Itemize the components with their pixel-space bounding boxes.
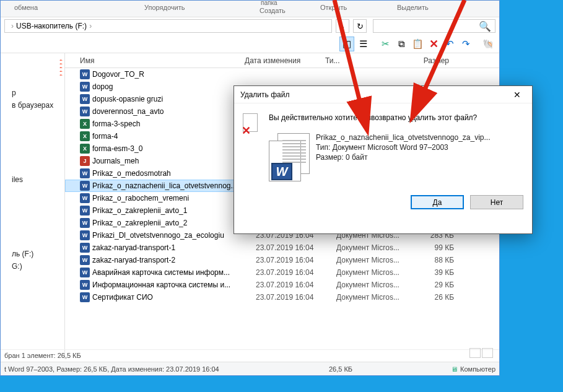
file-name: zakaz-naryad-transport-2 (92, 256, 256, 264)
file-name: dopog (92, 82, 256, 91)
status-bar: t Word 97–2003, Размер: 26,5 КБ, Дата из… (1, 362, 499, 375)
file-type-icon: W (80, 193, 90, 203)
dialog-body: ✕ Вы действительно хотите безвозвратно у… (234, 103, 532, 189)
address-history-dropdown[interactable]: ⌄ (336, 19, 349, 33)
sidebar-item[interactable]: ль (F:) (1, 248, 64, 260)
file-name: Prikaz_o_naznachenii_lica_otvetstvennog.… (92, 181, 256, 190)
dialog-question: Вы действительно хотите безвозвратно уда… (269, 113, 523, 122)
table-row[interactable]: WDogovor_TO_R (65, 68, 499, 81)
file-name: Prikaz_o_rabochem_vremeni (92, 194, 256, 203)
sidebar-item[interactable]: р (1, 87, 64, 99)
view-details-icon[interactable] (469, 348, 481, 358)
file-name: Journals_meh (92, 157, 256, 165)
status-left: t Word 97–2003, Размер: 26,5 КБ, Дата из… (4, 365, 219, 373)
table-row[interactable]: WИнформационная карточка системы и...23.… (65, 279, 499, 291)
address-path: USB-накопитель (F:) (16, 22, 87, 30)
redo-icon[interactable]: ↷ (458, 37, 473, 51)
dialog-content: Вы действительно хотите безвозвратно уда… (269, 113, 523, 183)
file-type: Документ Micros... (336, 268, 411, 277)
file-name: forma-3-spech (92, 120, 256, 128)
view-large-icon[interactable] (482, 348, 493, 358)
file-type-icon: W (80, 107, 90, 116)
shell-icon[interactable]: 🐚 (481, 37, 495, 51)
file-type-icon: W (80, 69, 90, 79)
sidebar-item[interactable]: iles (1, 173, 64, 186)
file-size: 29 КБ (411, 281, 454, 289)
file-type: Документ Micros... (336, 293, 411, 302)
file-type-icon: W (80, 206, 90, 216)
ribbon-group-clipboard: обмена (14, 4, 38, 11)
yes-button[interactable]: Да (411, 195, 464, 209)
table-row[interactable]: WСертификат СИО23.07.2019 16:04Документ … (65, 291, 499, 303)
sidebar-item[interactable]: 📌 (1, 72, 64, 76)
search-input[interactable]: 🔍 (373, 19, 495, 33)
view-list-icon[interactable]: ☰ (356, 37, 370, 51)
delete-x-icon[interactable]: ✕ (426, 37, 441, 51)
file-type: Документ Micros... (336, 256, 411, 264)
chevron-right-icon: › (89, 22, 92, 30)
address-input[interactable]: › USB-накопитель (F:) › (4, 19, 332, 33)
file-type-icon: W (80, 94, 90, 104)
file-date: 23.07.2019 16:04 (256, 268, 336, 277)
close-icon[interactable]: ✕ (505, 87, 530, 102)
view-split-icon[interactable]: ◫ (339, 37, 354, 51)
file-type-icon: W (80, 268, 90, 277)
copy-icon[interactable]: ⧉ (394, 37, 409, 51)
dialog-title: Удалить файл (240, 90, 289, 99)
file-name: Dogovor_TO_R (92, 70, 256, 79)
table-row[interactable]: Wzakaz-naryad-transport-223.07.2019 16:0… (65, 254, 499, 266)
computer-icon: 🖥 (451, 365, 458, 373)
file-type-icon: W (80, 255, 90, 265)
file-type-icon: W (80, 280, 90, 290)
paste-icon[interactable]: 📋 (410, 37, 425, 51)
file-name: Сертификат СИО (92, 293, 256, 302)
file-name: Prikaz_o_zakreplenii_avto_2 (92, 219, 256, 227)
file-size: 99 КБ (411, 243, 454, 252)
table-row[interactable]: Wzakaz-naryad-transport-123.07.2019 16:0… (65, 242, 499, 254)
ribbon: обмена Упорядочить папка Создать Открыть… (1, 1, 499, 17)
dialog-file-info: W Prikaz_o_naznachenii_lica_otvetstvenno… (269, 133, 523, 183)
file-type-icon: W (80, 292, 90, 302)
dialog-titlebar: Удалить файл ✕ (234, 86, 532, 103)
delete-confirm-dialog: Удалить файл ✕ ✕ Вы действительно хотите… (233, 85, 533, 234)
file-name: doverennost_na_avto (92, 107, 256, 116)
address-bar: › USB-накопитель (F:) › ⌄ ↻ 🔍 (1, 17, 499, 35)
file-date: 23.07.2019 16:04 (256, 256, 336, 264)
sidebar-item[interactable]: в браузерах (1, 99, 64, 111)
table-row[interactable]: WАварийная карточка системы информ...23.… (65, 266, 499, 279)
file-size: 39 КБ (411, 268, 454, 277)
selection-info: бран 1 элемент: 26,5 КБ (1, 349, 499, 362)
cut-icon[interactable]: ✂ (378, 37, 393, 51)
refresh-icon[interactable]: ↻ (353, 19, 367, 33)
file-type-icon: W (80, 82, 90, 92)
ribbon-folder-sub: папка (261, 0, 277, 6)
file-type-icon: W (80, 230, 90, 240)
file-type-icon: X (80, 119, 90, 129)
file-name: Prikazi_Dl_otvetstvennogo_za_ecologiu (92, 231, 256, 240)
chevron-right-icon: › (11, 22, 14, 30)
pin-icon: 📌 (56, 74, 63, 76)
col-header-size[interactable]: Размер (399, 56, 449, 65)
col-header-name[interactable]: Имя (65, 56, 245, 65)
column-headers: Имя Дата изменения Ти... Размер (65, 53, 499, 68)
file-type: Документ Micros... (336, 281, 411, 289)
file-name: Информационная карточка системы и... (92, 281, 256, 289)
search-icon: 🔍 (479, 20, 491, 32)
file-type-icon: X (80, 131, 90, 141)
file-name: zakaz-naryad-transport-1 (92, 243, 256, 252)
no-button[interactable]: Нет (470, 195, 523, 209)
col-header-type[interactable]: Ти... (325, 56, 399, 65)
status-size: 26,5 КБ (329, 365, 352, 373)
file-type-icon: W (80, 181, 90, 191)
dialog-filetype: Тип: Документ Microsoft Word 97–2003 (316, 143, 491, 152)
delete-file-icon: ✕ (243, 113, 260, 136)
col-header-date[interactable]: Дата изменения (245, 56, 325, 65)
undo-icon[interactable]: ↶ (442, 37, 457, 51)
file-size: 88 КБ (411, 256, 454, 264)
sidebar-item[interactable]: G:) (1, 260, 64, 272)
file-name: Аварийная карточка системы информ... (92, 268, 256, 277)
file-name: Prikaz_o_medosmotrah (92, 169, 256, 178)
file-type-icon: J (80, 156, 90, 166)
file-date: 23.07.2019 16:04 (256, 281, 336, 289)
file-name: forma-4 (92, 132, 256, 141)
